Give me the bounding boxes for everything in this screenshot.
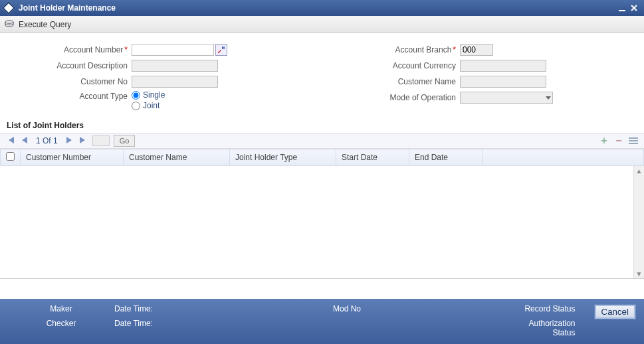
- footer-record-status-label: Record Status: [524, 304, 575, 313]
- list-menu-icon[interactable]: [628, 135, 639, 146]
- customer-name-field: [460, 76, 546, 88]
- select-all-checkbox[interactable]: [6, 152, 15, 161]
- account-description-label: Account Description: [5, 61, 132, 70]
- pager-page-input[interactable]: [92, 135, 110, 146]
- grid-vertical-scrollbar[interactable]: ▲ ▼: [633, 166, 644, 279]
- customer-no-label: Customer No: [5, 77, 132, 86]
- grid-header-start-date[interactable]: Start Date: [336, 149, 409, 166]
- account-type-joint-radio[interactable]: [132, 102, 140, 110]
- execute-query-link[interactable]: Execute Query: [19, 20, 71, 29]
- account-type-label: Account Type: [5, 90, 132, 101]
- account-branch-label: Account Branch*: [334, 45, 460, 54]
- footer-checker-label: Checker: [47, 319, 76, 328]
- remove-row-icon[interactable]: −: [613, 135, 624, 146]
- pager-position: 1 Of 1: [33, 136, 60, 145]
- svg-point-1: [5, 20, 13, 23]
- pager: 1 Of 1 Go + −: [0, 133, 644, 149]
- account-currency-field: [460, 60, 546, 72]
- window-title: Joint Holder Maintenance: [19, 3, 616, 13]
- mode-of-operation-select[interactable]: [460, 92, 553, 104]
- svg-rect-5: [629, 137, 638, 139]
- footer-maker-label: Maker: [50, 304, 72, 313]
- add-row-icon[interactable]: +: [599, 135, 609, 146]
- pager-go-button[interactable]: Go: [114, 135, 136, 147]
- joint-holders-grid: Customer Number Customer Name Joint Hold…: [0, 149, 644, 166]
- account-type-joint-option[interactable]: Joint: [132, 101, 165, 110]
- footer-datetime-2: Date Time:: [114, 319, 261, 328]
- grid-header-checkbox[interactable]: [1, 149, 21, 166]
- mode-of-operation-label: Mode of Operation: [334, 93, 460, 102]
- account-number-lov-button[interactable]: [215, 44, 227, 56]
- grid-header-customer-name[interactable]: Customer Name: [124, 149, 230, 166]
- footer: Maker Checker Date Time: Date Time: Mod …: [0, 299, 644, 344]
- svg-rect-6: [629, 140, 638, 141]
- account-branch-input[interactable]: [460, 44, 493, 56]
- form-right-column: Account Branch* Account Currency Custome…: [334, 43, 553, 112]
- account-number-input[interactable]: [132, 44, 214, 56]
- grid-body: ▲ ▼: [0, 166, 644, 279]
- pager-last-button[interactable]: [78, 136, 88, 145]
- titlebar: Joint Holder Maintenance: [0, 0, 644, 16]
- customer-name-label: Customer Name: [334, 77, 460, 86]
- account-description-field: [132, 60, 218, 72]
- scroll-down-icon[interactable]: ▼: [636, 269, 643, 279]
- toolbar: Execute Query: [0, 16, 644, 33]
- list-section-title: List of Joint Holders: [0, 117, 644, 133]
- svg-rect-7: [629, 143, 638, 144]
- footer-datetime-1: Date Time:: [114, 304, 261, 313]
- cancel-button[interactable]: Cancel: [594, 304, 637, 319]
- close-button[interactable]: [628, 2, 640, 14]
- grid-header-spacer: [483, 149, 644, 166]
- account-type-joint-label: Joint: [143, 101, 160, 110]
- account-type-single-label: Single: [143, 90, 165, 100]
- account-number-label: Account Number*: [5, 45, 132, 54]
- svg-rect-0: [619, 10, 625, 11]
- footer-authorization-status-label: AuthorizationStatus: [528, 319, 575, 337]
- account-currency-label: Account Currency: [334, 61, 460, 70]
- footer-mod-no-label: Mod No: [333, 304, 361, 313]
- app-diamond-icon: [2, 1, 15, 15]
- execute-query-icon[interactable]: [4, 19, 15, 30]
- grid-wrap: Customer Number Customer Name Joint Hold…: [0, 149, 644, 279]
- minimize-button[interactable]: [616, 2, 628, 14]
- grid-header-end-date[interactable]: End Date: [409, 149, 483, 166]
- grid-header-customer-number[interactable]: Customer Number: [21, 149, 124, 166]
- svg-rect-4: [222, 48, 225, 48]
- scroll-up-icon[interactable]: ▲: [636, 166, 643, 176]
- account-type-radio-group: Single Joint: [132, 90, 165, 110]
- pager-first-button[interactable]: [5, 136, 16, 145]
- customer-no-field: [132, 76, 218, 88]
- pager-next-button[interactable]: [64, 136, 74, 145]
- form-area: Account Number* Account Description: [0, 33, 644, 117]
- grid-header-joint-holder-type[interactable]: Joint Holder Type: [230, 149, 336, 166]
- account-type-single-option[interactable]: Single: [132, 90, 165, 100]
- pager-prev-button[interactable]: [20, 136, 29, 145]
- account-type-single-radio[interactable]: [132, 91, 140, 100]
- form-left-column: Account Number* Account Description: [5, 43, 227, 112]
